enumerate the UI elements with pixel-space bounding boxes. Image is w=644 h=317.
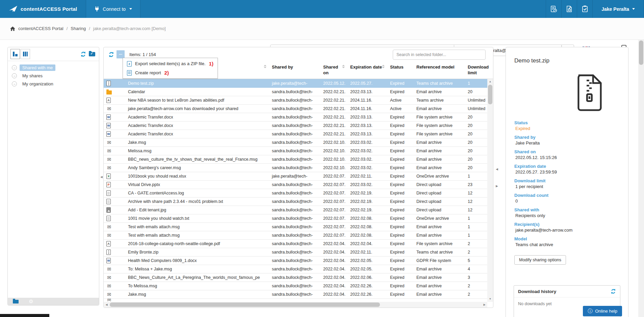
shared-by-cell: sandra.bullock@tech- xyxy=(268,197,320,206)
document-lock-icon[interactable] xyxy=(562,0,577,18)
sidebar-item-shared-with-me[interactable]: →Shared with me xyxy=(8,63,99,72)
table-row[interactable]: CA - GATE.contentAccess.logsandra.bulloc… xyxy=(104,189,487,197)
email-file-icon: ✉ xyxy=(106,224,112,230)
shared-items-panel: ... Items: 1 / 154 zExport selected item… xyxy=(103,47,493,308)
table-row[interactable]: ✉jake.peralta@tech-arrow.com has downloa… xyxy=(104,104,487,113)
circle-arrow-icon: → xyxy=(12,65,17,70)
sidebar-item-my-shares[interactable]: →My shares xyxy=(8,72,99,80)
table-row[interactable]: WHealth Med Computers 0809_1.docxsandra.… xyxy=(104,256,487,265)
connect-to-menu[interactable]: Connect to xyxy=(86,0,140,18)
table-row[interactable]: ✉BBC_news_culture_the_tv_shows_that_reve… xyxy=(104,155,487,163)
scrollbar-thumb[interactable] xyxy=(488,85,492,104)
breadcrumb-item-sharing[interactable]: Sharing xyxy=(71,26,86,31)
table-row[interactable]: Archive with share path 2.3.44 - mcs01 p… xyxy=(104,197,487,206)
table-row[interactable]: Emily Bronte.zipsandra.bullock@tech-2022… xyxy=(104,248,487,256)
scrollbar-thumb[interactable] xyxy=(110,302,380,307)
column-header-status[interactable]: Status xyxy=(387,61,413,79)
limit-cell: 1 xyxy=(464,223,487,231)
table-row[interactable]: ✉Jake.msgsandra.bullock@tech-2022.02.10.… xyxy=(104,138,487,147)
table-row[interactable]: PVirtual Drive.pptxsandra.bullock@tech-2… xyxy=(104,180,487,189)
menu-item-report[interactable]: Create report2) xyxy=(123,68,217,77)
shared-by-cell: sandra.bullock@tech- xyxy=(268,214,320,222)
table-row[interactable]: A2016-18-college-catalog-north-seattle-c… xyxy=(104,239,487,248)
table-vertical-scrollbar[interactable]: ▲ ▼ xyxy=(487,79,493,302)
chevron-down-icon xyxy=(632,8,635,10)
table-row[interactable]: Demo test.zipjake.peralta@tech-2022.05.1… xyxy=(104,79,487,87)
scrollbar-thumb[interactable] xyxy=(639,41,643,65)
item-title-cell: BBC_News_Culture_Art_La_Peregrina_The_wo… xyxy=(113,273,268,282)
field-value: 2022.05.27. 23:59:59 xyxy=(514,169,620,175)
settings-gear-icon[interactable]: ⚙ xyxy=(23,298,39,305)
item-details-panel: Demo test.zip StatusExpiredShared byJake… xyxy=(506,47,628,317)
shared-on-cell: 2022.02.10. xyxy=(320,155,347,163)
table-row[interactable]: WAcademic Transfer.docxsandra.bullock@te… xyxy=(104,113,487,121)
table-row[interactable]: WAcademic Transfer.docxsandra.bullock@te… xyxy=(104,121,487,130)
limit-cell: 20 xyxy=(464,138,487,147)
refresh-list-icon[interactable] xyxy=(107,50,115,58)
scroll-right-arrow[interactable]: ▶ xyxy=(482,302,487,308)
table-row[interactable]: ✉Test with emails attach.msgsandra.bullo… xyxy=(104,231,487,239)
folder-tab-icon[interactable] xyxy=(8,298,23,305)
user-menu[interactable]: Jake Peralta xyxy=(593,0,644,18)
table-row[interactable]: WAcademic Transfer.docxsandra.bullock@te… xyxy=(104,130,487,138)
column-header-shared-by[interactable]: Shared by xyxy=(268,61,320,79)
annotation-number: 2) xyxy=(164,70,169,76)
brand[interactable]: contentACCESS Portal xyxy=(0,0,86,18)
modify-sharing-options-button[interactable]: Modify sharing options xyxy=(514,255,566,265)
breadcrumb-item-portal[interactable]: contentACCESS Portal xyxy=(18,26,63,31)
scroll-down-arrow[interactable]: ▼ xyxy=(487,296,493,302)
columns-view-toggle-icon[interactable] xyxy=(21,49,30,59)
sidebar-item-my-organization[interactable]: →My organization xyxy=(8,80,99,88)
folder-search-input[interactable] xyxy=(393,50,486,60)
scroll-left-arrow[interactable]: ◀ xyxy=(104,302,109,308)
table-row[interactable]: ANew NBA season to test LeBron James abi… xyxy=(104,96,487,104)
table-row[interactable]: ✉To: Melissa + Jake.msgsandra.bullock@te… xyxy=(104,265,487,273)
shared-by-cell xyxy=(268,299,320,301)
field-value: Recipients only xyxy=(514,213,620,218)
table-row[interactable]: ✉Test with emails attach.msgsandra.bullo… xyxy=(104,222,487,231)
status-cell: Expired xyxy=(387,79,413,87)
shared-by-cell: sandra.bullock@tech- xyxy=(268,290,320,298)
email-file-icon: ✉ xyxy=(106,266,112,272)
table-row[interactable]: ✉Melissa.msgsandra.bullock@tech-2022.02.… xyxy=(104,147,487,155)
expiration-cell: 2022.02.08. xyxy=(347,231,387,239)
file-type-cell: A xyxy=(104,96,113,104)
column-header-limit[interactable]: Download limit xyxy=(464,61,493,79)
home-icon[interactable] xyxy=(10,26,15,31)
table-horizontal-scrollbar[interactable]: ◀ ▶ xyxy=(104,302,487,308)
collapse-details-arrow[interactable]: ◀ xyxy=(496,168,498,171)
column-header-shared-on[interactable]: Shared on xyxy=(320,61,347,79)
column-header-expiration[interactable]: Expiration date xyxy=(347,61,387,79)
table-row[interactable]: ✉To Melissa.msgsandra.bullock@tech-2022.… xyxy=(104,282,487,290)
shared-by-cell: sandra.bullock@tech- xyxy=(268,147,320,155)
refresh-history-icon[interactable] xyxy=(611,289,616,294)
online-help-button[interactable]: ⓘ Online help xyxy=(583,306,622,316)
table-row[interactable]: ✉Andy Samberg's career.msgsandra.bullock… xyxy=(104,163,487,172)
field-label: Shared by xyxy=(514,134,620,140)
page-scrollbar[interactable] xyxy=(638,40,644,317)
shared-on-cell: 2022.02.04. xyxy=(320,257,347,265)
folder-select-icon[interactable] xyxy=(87,50,96,58)
shared-on-cell: 2022.02.07. xyxy=(320,181,347,189)
expand-details-arrow[interactable]: ▶ xyxy=(496,185,498,188)
table-row[interactable]: Calendarsandra.bullock@tech-2022.02.21.2… xyxy=(104,87,487,96)
collapse-sidebar-arrow[interactable]: ◀ xyxy=(100,176,103,179)
more-actions-button[interactable]: ... xyxy=(117,50,125,58)
tasks-clipboard-icon[interactable] xyxy=(577,0,592,18)
refresh-tree-icon[interactable] xyxy=(79,50,87,58)
table-row[interactable]: ✉ xyxy=(104,298,487,301)
table-row[interactable]: ✉BBC_News_Culture_Art_La_Peregrina_The_w… xyxy=(104,273,487,282)
navbar-divider xyxy=(140,0,140,18)
table-row[interactable]: Add - Edit tenant.jpgsandra.bullock@tech… xyxy=(104,206,487,214)
table-row[interactable]: X1001book you should read.xlsxjake.peral… xyxy=(104,172,487,180)
layout-view-toggle-icon[interactable] xyxy=(10,49,20,59)
shared-on-cell: 2022.02.21. xyxy=(320,113,347,121)
document-history-icon[interactable] xyxy=(546,0,561,18)
scroll-up-arrow[interactable]: ▲ xyxy=(487,79,493,84)
table-row[interactable]: ✉Jake.msgsandra.bullock@tech-2022.02.04.… xyxy=(104,290,487,298)
column-header-model[interactable]: Referenced model xyxy=(413,61,464,79)
status-cell: Expired xyxy=(387,206,413,214)
menu-item-zip-export[interactable]: zExport selected item(s) as a ZIP file.1… xyxy=(123,59,217,68)
table-body: Demo test.zipjake.peralta@tech-2022.05.1… xyxy=(104,79,487,302)
table-row[interactable]: 1001 movie you should watch.txtsandra.bu… xyxy=(104,214,487,222)
